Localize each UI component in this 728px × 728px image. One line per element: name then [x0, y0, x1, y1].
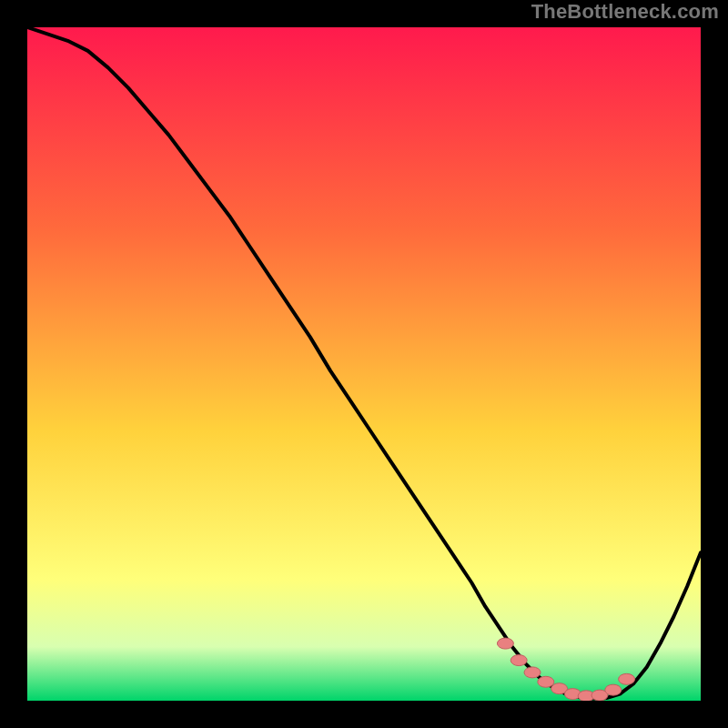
gradient-background [27, 27, 701, 701]
optimal-marker [619, 673, 635, 684]
chart-svg [27, 27, 701, 701]
plot-area [27, 27, 701, 701]
optimal-marker [511, 655, 527, 666]
optimal-marker [538, 676, 554, 687]
optimal-marker [497, 638, 513, 649]
chart-frame: TheBottleneck.com [0, 0, 728, 728]
optimal-marker [605, 684, 622, 695]
watermark-label: TheBottleneck.com [531, 0, 719, 24]
optimal-marker [524, 667, 541, 678]
